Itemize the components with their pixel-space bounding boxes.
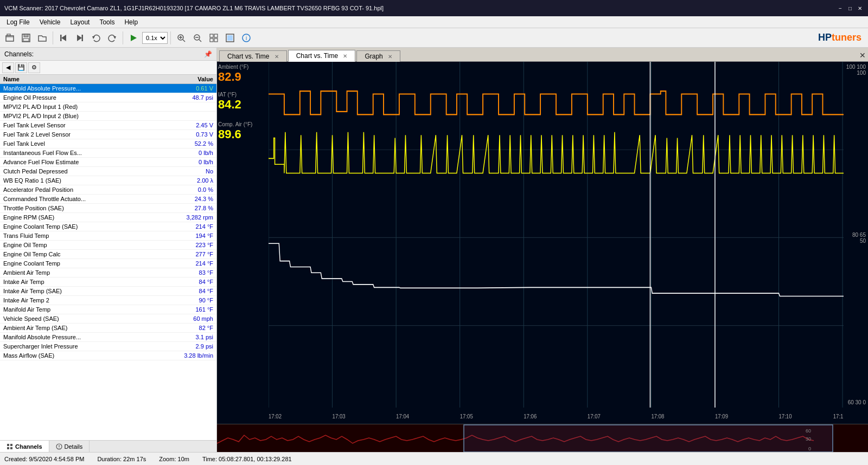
chart-close-btn[interactable]: ✕ [859, 51, 866, 60]
speed-select[interactable]: 0.1x0.5x1x2x5x10x [142, 32, 168, 44]
toolbar-info-btn[interactable]: i [239, 30, 254, 46]
channel-row-7[interactable]: Instantaneous Fuel Flow Es...0 lb/h [0, 148, 216, 158]
channel-row-14[interactable]: Engine RPM (SAE)3,282 rpm [0, 213, 216, 222]
toolbar-redo-btn[interactable] [105, 30, 120, 46]
channel-value-26: 82 °F [155, 324, 216, 333]
channel-value-17: 223 °F [155, 241, 216, 250]
channel-row-22[interactable]: Intake Air Temp (SAE)84 °F [0, 287, 216, 296]
svg-rect-24 [227, 35, 233, 41]
channel-name-25: Vehicle Speed (SAE) [0, 314, 155, 324]
toolbar-zoom-out-btn[interactable] [190, 30, 205, 46]
toolbar-layout-btn[interactable] [206, 30, 221, 46]
channel-row-15[interactable]: Engine Coolant Temp (SAE)214 °F [0, 222, 216, 231]
svg-rect-30 [10, 447, 12, 449]
chart-scale-right: 100 100 100 80 65 50 60 30 0 [844, 62, 868, 408]
channel-row-16[interactable]: Trans Fluid Temp194 °F [0, 231, 216, 241]
comp-air-value: 89.6 [218, 127, 252, 141]
svg-rect-6 [60, 35, 62, 41]
menu-layout[interactable]: Layout [66, 17, 94, 27]
channel-value-19: 214 °F [155, 259, 216, 268]
channel-row-2[interactable]: MPVI2 PL A/D Input 1 (Red) [0, 102, 216, 112]
channel-name-15: Engine Coolant Temp (SAE) [0, 222, 155, 231]
chart-area[interactable]: Ambient (°F) 82.9 IAT (°F) 84.2 Comp. Ai… [217, 62, 868, 424]
scale-top: 100 100 100 [846, 64, 866, 76]
menu-help[interactable]: Help [120, 17, 142, 27]
channel-row-20[interactable]: Ambient Air Temp83 °F [0, 268, 216, 277]
channels-back-btn[interactable]: ◀ [2, 62, 14, 73]
tab-close-1[interactable]: ✕ [275, 54, 279, 60]
footer-tab-channels[interactable]: Channels [0, 441, 49, 452]
tab-chart-vs-time-1[interactable]: Chart vs. Time ✕ [219, 50, 287, 62]
menu-vehicle[interactable]: Vehicle [35, 17, 65, 27]
channel-name-3: MPVI2 PL A/D Input 2 (Blue) [0, 112, 155, 121]
toolbar-open-btn[interactable] [2, 30, 17, 46]
channel-value-21: 84 °F [155, 277, 216, 287]
svg-rect-29 [7, 447, 9, 449]
channel-value-3 [155, 112, 216, 121]
toolbar-prev-btn[interactable] [56, 30, 71, 46]
iat-value: 84.2 [218, 98, 241, 112]
menu-tools[interactable]: Tools [95, 17, 119, 27]
footer-tab-details[interactable]: Details [49, 441, 90, 452]
channel-row-23[interactable]: Intake Air Temp 290 °F [0, 296, 216, 305]
channel-name-16: Trans Fluid Temp [0, 231, 155, 241]
svg-text:17:09: 17:09 [715, 414, 728, 419]
channel-row-1[interactable]: Engine Oil Pressure48.7 psi [0, 93, 216, 102]
channel-value-5: 0.73 V [155, 130, 216, 139]
channel-row-26[interactable]: Ambient Air Temp (SAE)82 °F [0, 324, 216, 333]
toolbar-export-btn[interactable] [222, 30, 238, 46]
tab-close-3[interactable]: ✕ [388, 54, 392, 60]
mini-chart-area[interactable]: 60 30 0 [217, 424, 868, 452]
toolbar-sep-1 [53, 31, 53, 44]
minimize-button[interactable]: − [837, 4, 844, 12]
channel-row-5[interactable]: Fuel Tank 2 Level Sensor0.73 V [0, 130, 216, 139]
toolbar-next-btn[interactable] [72, 30, 87, 46]
tab-close-2[interactable]: ✕ [343, 53, 347, 59]
toolbar-zoom-in-btn[interactable] [174, 30, 189, 46]
channel-row-4[interactable]: Fuel Tank Level Sensor2.45 V [0, 121, 216, 130]
scale-mid1: 80 65 50 [846, 232, 866, 244]
channel-row-3[interactable]: MPVI2 PL A/D Input 2 (Blue) [0, 112, 216, 121]
channel-row-21[interactable]: Intake Air Temp84 °F [0, 277, 216, 287]
channel-row-9[interactable]: Clutch Pedal DepressedNo [0, 167, 216, 176]
channel-row-17[interactable]: Engine Oil Temp223 °F [0, 241, 216, 250]
channels-toolbar: ◀ 💾 ⚙ [0, 61, 216, 75]
channel-row-25[interactable]: Vehicle Speed (SAE)60 mph [0, 314, 216, 324]
channels-settings-btn[interactable]: ⚙ [28, 62, 40, 73]
toolbar-folder-btn[interactable] [35, 30, 50, 46]
channels-pin-icon[interactable]: 📌 [204, 50, 212, 58]
tab-chart-vs-time-2[interactable]: Chart vs. Time ✕ [288, 50, 356, 62]
channel-row-24[interactable]: Manifold Air Temp161 °F [0, 305, 216, 314]
main-layout: Channels: 📌 ◀ 💾 ⚙ Name Value Manifold Ab… [0, 48, 868, 452]
channel-row-8[interactable]: Advance Fuel Flow Estimate0 lb/h [0, 158, 216, 167]
svg-marker-10 [113, 36, 116, 39]
mini-viewport-rect[interactable] [464, 425, 833, 452]
channel-row-12[interactable]: Commanded Throttle Actuato...24.3 % [0, 195, 216, 204]
col-name: Name [0, 75, 155, 84]
channel-value-22: 84 °F [155, 287, 216, 296]
menu-logfile[interactable]: Log File [2, 17, 34, 27]
channel-row-18[interactable]: Engine Oil Temp Calc277 °F [0, 250, 216, 259]
channel-row-13[interactable]: Throttle Position (SAE)27.8 % [0, 204, 216, 213]
channels-save-btn[interactable]: 💾 [15, 62, 27, 73]
channel-row-28[interactable]: Supercharger Inlet Pressure2.9 psi [0, 342, 216, 351]
ambient-label: Ambient (°F) [218, 64, 248, 70]
toolbar-undo-btn[interactable] [88, 30, 104, 46]
toolbar-save-btn[interactable] [18, 30, 34, 46]
toolbar-play-btn[interactable] [126, 30, 141, 46]
channel-row-6[interactable]: Fuel Tank Level52.2 % [0, 139, 216, 148]
channel-row-27[interactable]: Manifold Absolute Pressure...3.1 psi [0, 333, 216, 342]
channel-row-0[interactable]: Manifold Absolute Pressure...0.61 V [0, 84, 216, 93]
channel-name-20: Ambient Air Temp [0, 268, 155, 277]
svg-text:0: 0 [808, 446, 811, 451]
maximize-button[interactable]: □ [846, 4, 854, 12]
channel-row-11[interactable]: Accelerator Pedal Position0.0 % [0, 185, 216, 195]
channel-row-19[interactable]: Engine Coolant Temp214 °F [0, 259, 216, 268]
ambient-line [269, 91, 844, 114]
channel-row-10[interactable]: WB EQ Ratio 1 (SAE)2.00 λ [0, 176, 216, 185]
channel-row-29[interactable]: Mass Airflow (SAE)3.28 lb/min [0, 351, 216, 360]
svg-line-17 [199, 40, 201, 42]
chart-svg[interactable] [269, 62, 844, 408]
close-button[interactable]: ✕ [856, 4, 864, 12]
tab-graph[interactable]: Graph ✕ [356, 50, 400, 62]
